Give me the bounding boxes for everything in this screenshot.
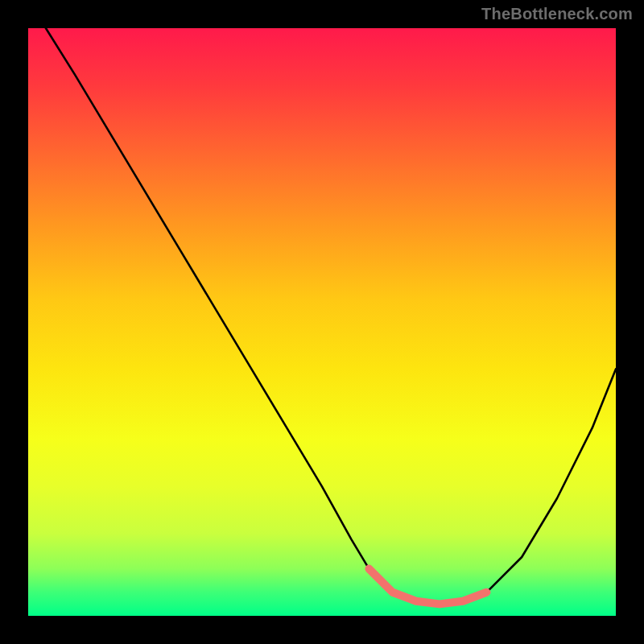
- chart-svg: [28, 28, 616, 616]
- chart-frame: TheBottleneck.com: [0, 0, 644, 644]
- watermark-text: TheBottleneck.com: [481, 5, 633, 23]
- bottleneck-curve: [46, 28, 616, 604]
- optimal-range-highlight: [369, 569, 486, 605]
- plot-area: [28, 28, 616, 616]
